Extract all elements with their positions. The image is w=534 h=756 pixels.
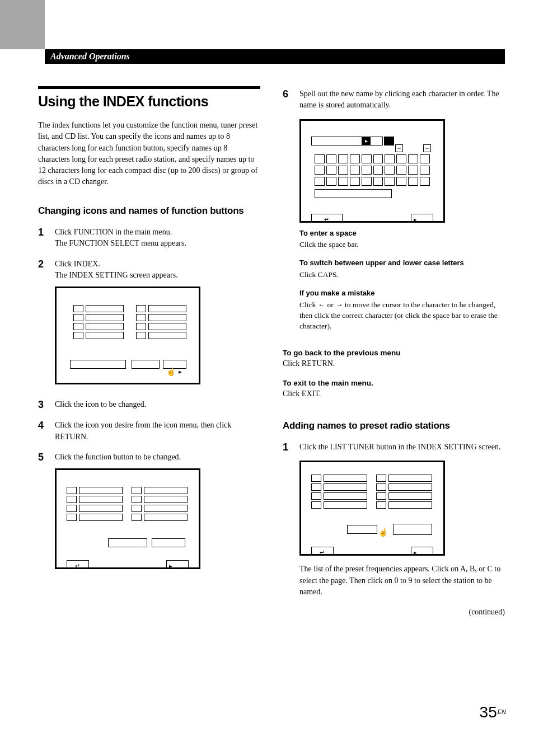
intro-paragraph: The index functions let you customize th… <box>38 120 260 188</box>
section-header: Advanced Operations <box>45 49 505 64</box>
note-block: To exit to the main menu. Click EXIT. <box>283 379 505 400</box>
function-button-screen: ↵ ▸ <box>55 468 200 569</box>
step-number: 5 <box>38 452 47 575</box>
cursor-hand-icon: ☝ <box>378 527 388 538</box>
step-6: 6 Spell out the new name by clicking eac… <box>283 88 505 340</box>
exit-icon: ▸ <box>414 549 417 556</box>
step-text: Click the icon you desire from the icon … <box>55 420 260 443</box>
play-cursor-icon: ▸ <box>362 137 371 145</box>
step-4: 4 Click the icon you desire from the ico… <box>38 420 260 443</box>
right-arrow-icon: → <box>423 144 431 152</box>
left-arrow-icon: ← <box>395 144 403 152</box>
list-tuner-screen: ☝ ↵ ▸ <box>299 461 445 556</box>
step-5: 5 Click the function button to be change… <box>38 452 260 575</box>
step-text: Spell out the new name by clicking each … <box>299 88 505 111</box>
step-text: The FUNCTION SELECT menu appears. <box>55 238 260 249</box>
step-number: 4 <box>38 420 47 443</box>
tip-heading: To enter a space <box>299 228 505 239</box>
tip-body: Click ← or → to move the cursor to the c… <box>299 300 505 332</box>
page-number-value: 35 <box>480 703 497 721</box>
right-arrow-icon: → <box>335 300 343 309</box>
exit-icon: ▸ <box>169 562 172 569</box>
tip-body: Click the space bar. <box>299 240 505 250</box>
step-number: 1 <box>283 442 292 598</box>
note-heading: To go back to the previous menu <box>283 349 505 357</box>
tip-heading: If you make a mistake <box>299 288 505 299</box>
step-number: 2 <box>38 259 47 391</box>
page-number-suffix: EN <box>498 708 506 715</box>
tip-heading: To switch between upper and lower case l… <box>299 258 505 269</box>
continued-label: (continued) <box>283 608 505 617</box>
return-icon: ↵ <box>320 549 325 556</box>
step-after-text: The list of the preset frequencies appea… <box>299 564 505 598</box>
step-number: 6 <box>283 88 292 340</box>
left-arrow-icon: ← <box>318 300 326 309</box>
right-column: 6 Spell out the new name by clicking eac… <box>283 86 505 617</box>
step-text: Click the LIST TUNER button in the INDEX… <box>299 442 505 453</box>
note-heading: To exit to the main menu. <box>283 379 505 387</box>
step-text: Click INDEX. <box>55 259 260 270</box>
return-icon: ↵ <box>324 216 329 223</box>
step-number: 3 <box>38 399 47 411</box>
exit-icon: ▸ <box>414 216 417 223</box>
step-number: 1 <box>38 227 47 250</box>
step-text: Click the icon to be changed. <box>55 399 260 411</box>
page-number: 35EN <box>480 703 506 721</box>
page-title: Using the INDEX functions <box>38 93 260 110</box>
note-body: Click EXIT. <box>283 388 505 400</box>
sec2-step-1: 1 Click the LIST TUNER button in the IND… <box>283 442 505 598</box>
note-body: Click RETURN. <box>283 358 505 369</box>
sec1-heading: Changing icons and names of function but… <box>38 205 260 217</box>
tip-body: Click CAPS. <box>299 270 505 280</box>
step-text: The INDEX SETTING screen appears. <box>55 270 260 281</box>
return-icon: ↵ <box>75 562 80 569</box>
left-column: Using the INDEX functions The index func… <box>38 86 260 617</box>
top-gray-block <box>0 0 45 49</box>
note-block: To go back to the previous menu Click RE… <box>283 349 505 369</box>
step-3: 3 Click the icon to be changed. <box>38 399 260 411</box>
step-1: 1 Click FUNCTION in the main menu. The F… <box>38 227 260 250</box>
exit-icon: ▸ <box>179 368 182 377</box>
h1-rule <box>38 86 260 89</box>
sec2-heading: Adding names to preset radio stations <box>283 420 505 431</box>
step-2: 2 Click INDEX. The INDEX SETTING screen … <box>38 259 260 391</box>
step-text: Click FUNCTION in the main menu. <box>55 227 260 238</box>
cursor-hand-icon: ☝ <box>166 367 176 378</box>
step-text: Click the function button to be changed. <box>55 452 260 463</box>
character-entry-screen: ▸ ← → <box>299 119 445 223</box>
index-setting-screen: ☝ ▸ <box>55 287 200 384</box>
